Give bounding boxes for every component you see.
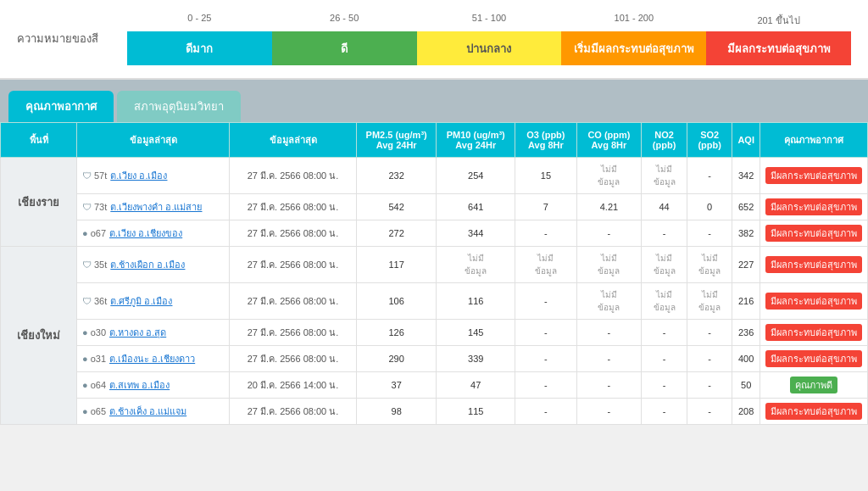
no2-cell: -	[642, 346, 687, 372]
shield-icon: 🛡	[82, 202, 92, 212]
place-cell: เชียงราย	[1, 158, 77, 247]
station-cell: ●o31ต.เมืองนะ อ.เชียงดาว	[77, 346, 230, 372]
tab-คุณภาพอากาศ[interactable]: คุณภาพอากาศ	[8, 91, 114, 122]
so2-cell: -	[687, 158, 732, 194]
date-cell: 20 มี.ค. 2566 14:00 น.	[230, 372, 357, 399]
table-row: 🛡73tต.เวียงพางคำ อ.แม่สาย27 มี.ค. 2566 0…	[1, 194, 868, 220]
legend-bars: ดีมากดีปานกลางเริ่มมีผลกระทบต่อสุขภาพมีผ…	[127, 31, 851, 65]
so2-cell: ไม่มีข้อมูล	[687, 283, 732, 320]
no-data-label: ไม่มีข้อมูล	[698, 254, 721, 276]
o3-cell: ไม่มีข้อมูล	[515, 247, 577, 283]
station-link[interactable]: ต.ช้างเผือก อ.เมือง	[110, 259, 185, 270]
col-header-aqi: AQI	[732, 123, 760, 158]
legend-labels: 0 - 2526 - 5051 - 100101 - 200201 ขึ้นไป	[127, 13, 851, 28]
co-cell: -	[576, 220, 642, 247]
station-link[interactable]: ต.ศรีภูมิ อ.เมือง	[110, 296, 172, 306]
col-header-place: พื้นที่	[1, 123, 77, 158]
place-cell: เชียงใหม่	[1, 247, 77, 425]
legend-range-label: 101 - 200	[561, 13, 706, 28]
legend-bar-bar-orange: เริ่มมีผลกระทบต่อสุขภาพ	[561, 31, 706, 65]
pm10-cell: 47	[437, 372, 515, 399]
pm10-cell: 116	[437, 283, 515, 320]
table-row: ●o65ต.ช้างเค็ง อ.แม่แจม27 มี.ค. 2566 08:…	[1, 399, 868, 425]
station-id: 35t	[94, 259, 107, 270]
quality-cell: มีผลกระทบต่อสุขภาพ	[760, 320, 867, 346]
quality-cell: มีผลกระทบต่อสุขภาพ	[760, 220, 867, 247]
quality-badge: มีผลกระทบต่อสุขภาพ	[765, 225, 862, 242]
station-cell: 🛡73tต.เวียงพางคำ อ.แม่สาย	[77, 194, 230, 220]
no2-cell: -	[642, 320, 687, 346]
air-quality-table: พื้นที่ ข้อมูลล่าสุด ข้อมูลล่าสุด PM2.5 …	[0, 122, 868, 425]
pm25-cell: 117	[357, 247, 437, 283]
so2-cell: -	[687, 372, 732, 399]
date-cell: 27 มี.ค. 2566 08:00 น.	[230, 283, 357, 320]
quality-badge: คุณภาพดี	[790, 377, 837, 393]
so2-cell: -	[687, 399, 732, 425]
no2-cell: ไม่มีข้อมูล	[642, 158, 687, 194]
aqi-cell: 227	[732, 247, 760, 283]
station-cell: ●o67ต.เวียง อ.เชียงของ	[77, 220, 230, 247]
no-data-label: ไม่มีข้อมูล	[698, 290, 721, 312]
legend-range-label: 0 - 25	[127, 13, 272, 28]
table-section: พื้นที่ ข้อมูลล่าสุด ข้อมูลล่าสุด PM2.5 …	[0, 122, 868, 425]
circle-icon: ●	[82, 228, 88, 238]
so2-cell: -	[687, 346, 732, 372]
co-cell: ไม่มีข้อมูล	[576, 158, 642, 194]
quality-badge: มีผลกระทบต่อสุขภาพ	[765, 256, 862, 273]
no-data-label: ไม่มีข้อมูล	[535, 254, 557, 276]
date-cell: 27 มี.ค. 2566 08:00 น.	[230, 158, 357, 194]
table-row: 🛡36tต.ศรีภูมิ อ.เมือง27 มี.ค. 2566 08:00…	[1, 283, 868, 320]
o3-cell: -	[515, 320, 577, 346]
station-link[interactable]: ต.หางดง อ.สุด	[109, 327, 166, 338]
no-data-label: ไม่มีข้อมูล	[654, 165, 676, 187]
legend-title: ความหมายของสี	[17, 13, 119, 47]
quality-cell: คุณภาพดี	[760, 372, 867, 399]
pm25-cell: 272	[357, 220, 437, 247]
aqi-cell: 652	[732, 194, 760, 220]
station-link[interactable]: ต.เมืองนะ อ.เชียงดาว	[109, 354, 195, 364]
col-header-so2: SO2 (ppb)	[687, 123, 732, 158]
pm25-cell: 126	[357, 320, 437, 346]
station-link[interactable]: ต.ช้างเค็ง อ.แม่แจม	[109, 406, 186, 416]
station-id: 57t	[94, 170, 107, 181]
quality-cell: มีผลกระทบต่อสุขภาพ	[760, 283, 867, 320]
col-header-station: ข้อมูลล่าสุด	[77, 123, 230, 158]
station-cell: 🛡36tต.ศรีภูมิ อ.เมือง	[77, 283, 230, 320]
table-row: ●o64ต.สเทพ อ.เมือง20 มี.ค. 2566 14:00 น.…	[1, 372, 868, 399]
station-link[interactable]: ต.เวียง อ.เมือง	[110, 170, 167, 181]
pm25-cell: 542	[357, 194, 437, 220]
quality-badge: มีผลกระทบต่อสุขภาพ	[765, 403, 862, 420]
col-header-quality: คุณภาพอากาศ	[760, 123, 867, 158]
quality-badge: มีผลกระทบต่อสุขภาพ	[765, 293, 862, 310]
pm10-cell: 641	[437, 194, 515, 220]
legend-range-label: 51 - 100	[417, 13, 562, 28]
station-id: 36t	[94, 296, 107, 306]
quality-badge: มีผลกระทบต่อสุขภาพ	[765, 198, 862, 215]
tabs-section: คุณภาพอากาศสภาพอุตุนิยมวิทยา	[0, 80, 868, 122]
tab-สภาพอุตุนิยมวิทยา[interactable]: สภาพอุตุนิยมวิทยา	[117, 91, 241, 122]
station-link[interactable]: ต.สเทพ อ.เมือง	[109, 380, 170, 390]
pm10-cell: 339	[437, 346, 515, 372]
pm25-cell: 106	[357, 283, 437, 320]
shield-icon: 🛡	[82, 170, 92, 181]
quality-cell: มีผลกระทบต่อสุขภาพ	[760, 346, 867, 372]
legend-bar-bar-green: ดี	[272, 31, 417, 65]
o3-cell: -	[515, 283, 577, 320]
quality-badge: มีผลกระทบต่อสุขภาพ	[765, 167, 862, 184]
aqi-cell: 208	[732, 399, 760, 425]
date-cell: 27 มี.ค. 2566 08:00 น.	[230, 346, 357, 372]
station-id: o30	[91, 327, 106, 338]
station-link[interactable]: ต.เวียง อ.เชียงของ	[109, 228, 182, 238]
no-data-label: ไม่มีข้อมูล	[598, 165, 620, 187]
aqi-cell: 382	[732, 220, 760, 247]
co-cell: -	[576, 399, 642, 425]
table-row: เชียงใหม่🛡35tต.ช้างเผือก อ.เมือง27 มี.ค.…	[1, 247, 868, 283]
pm25-cell: 98	[357, 399, 437, 425]
so2-cell: ไม่มีข้อมูล	[687, 247, 732, 283]
quality-badge: มีผลกระทบต่อสุขภาพ	[765, 324, 862, 341]
station-cell: 🛡35tต.ช้างเผือก อ.เมือง	[77, 247, 230, 283]
o3-cell: -	[515, 220, 577, 247]
station-link[interactable]: ต.เวียงพางคำ อ.แม่สาย	[110, 202, 202, 212]
no-data-label: ไม่มีข้อมูล	[654, 254, 676, 276]
pm25-cell: 290	[357, 346, 437, 372]
